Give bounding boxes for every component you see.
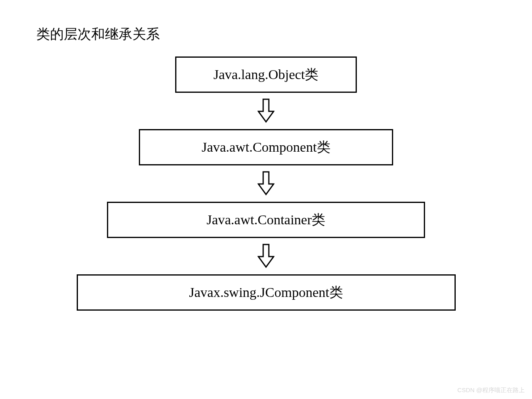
watermark-text: CSDN @程序喵正在路上 — [457, 386, 525, 394]
class-box-jcomponent: Javax.swing.JComponent类 — [77, 274, 456, 311]
arrow-down-icon — [258, 165, 274, 202]
class-box-label: Java.lang.Object类 — [214, 65, 319, 84]
class-box-component: Java.awt.Component类 — [139, 129, 393, 165]
class-box-label: Java.awt.Component类 — [201, 138, 330, 157]
diagram-title: 类的层次和继承关系 — [36, 25, 160, 44]
class-box-label: Javax.swing.JComponent类 — [189, 283, 343, 302]
class-box-label: Java.awt.Container类 — [207, 211, 326, 229]
class-box-object: Java.lang.Object类 — [175, 56, 357, 93]
class-box-container: Java.awt.Container类 — [107, 202, 425, 238]
arrow-down-icon — [258, 238, 274, 274]
class-hierarchy-diagram: Java.lang.Object类 Java.awt.Component类 Ja… — [0, 56, 532, 311]
arrow-down-icon — [258, 93, 274, 129]
